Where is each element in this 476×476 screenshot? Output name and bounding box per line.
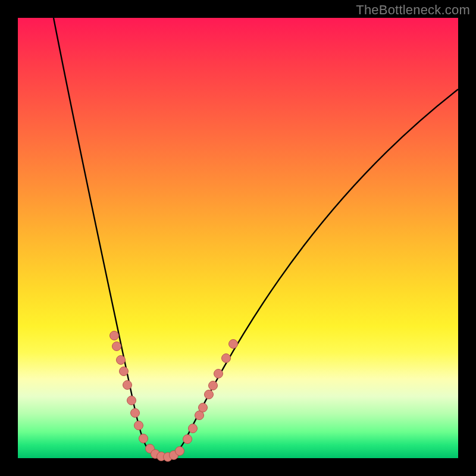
data-dot [183, 435, 192, 444]
data-dot [112, 342, 121, 351]
data-dot [214, 369, 223, 378]
data-dot [131, 409, 140, 418]
data-dot [110, 331, 119, 340]
data-dot [199, 403, 208, 412]
data-dot [176, 447, 184, 456]
plot-area [18, 18, 458, 458]
data-dot [205, 390, 214, 399]
data-dot [139, 434, 148, 443]
data-dot [209, 381, 218, 390]
data-dot [123, 381, 132, 390]
watermark-text: TheBottleneck.com [356, 2, 470, 18]
data-dot [117, 356, 126, 365]
data-dot [120, 367, 129, 376]
data-dot [134, 421, 143, 430]
data-dot [127, 396, 136, 405]
data-dots [110, 331, 238, 462]
data-dot [189, 424, 198, 433]
bottleneck-curve [54, 18, 458, 458]
data-dot [229, 340, 238, 349]
curve-svg [18, 18, 458, 458]
chart-frame: TheBottleneck.com [0, 0, 476, 476]
data-dot [222, 354, 231, 363]
